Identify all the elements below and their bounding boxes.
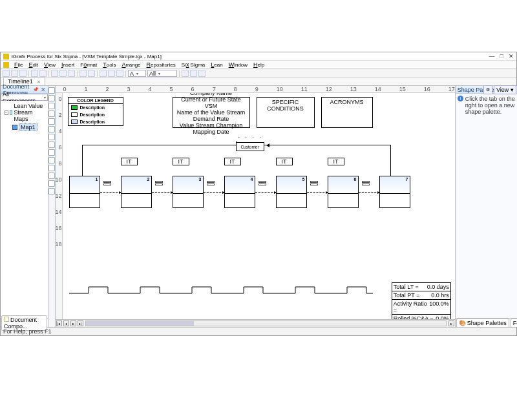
tool-print-icon[interactable]: [31, 70, 38, 77]
tree-node-map1[interactable]: Map1: [2, 123, 47, 132]
menu-lean[interactable]: Lean: [208, 61, 225, 68]
view-dropdown[interactable]: View ▾: [494, 85, 516, 94]
customer-shape[interactable]: Customer: [236, 137, 264, 151]
tool-new-icon[interactable]: [3, 70, 10, 77]
misc-tool-3-icon[interactable]: [48, 188, 55, 194]
it-box[interactable]: IT: [328, 158, 344, 165]
misc-tool-1-icon[interactable]: [48, 173, 55, 179]
process-box[interactable]: 2: [121, 176, 152, 208]
menu-format[interactable]: Format: [78, 61, 100, 68]
it-box[interactable]: IT: [121, 158, 138, 165]
inventory-icon[interactable]: [155, 181, 164, 187]
inventory-icon[interactable]: [103, 181, 112, 187]
combo-2[interactable]: All: [147, 70, 177, 77]
folder-icon: [10, 110, 13, 115]
tool-misc-1-icon[interactable]: [182, 70, 189, 77]
tool-paste-icon[interactable]: [68, 70, 75, 77]
connector-tool-icon[interactable]: [48, 134, 55, 140]
crop-tool-icon[interactable]: [48, 142, 55, 148]
horizontal-scrollbar[interactable]: [85, 320, 447, 326]
fill-tool-icon[interactable]: [48, 149, 55, 156]
tool-save-icon[interactable]: [19, 70, 26, 77]
bottom-tab-formatting[interactable]: For...: [511, 319, 517, 328]
tool-redo-icon[interactable]: [88, 70, 95, 77]
it-box[interactable]: IT: [276, 158, 293, 165]
menu-sixsigma[interactable]: Six Sigma: [179, 61, 208, 68]
menu-repositories[interactable]: Repositories: [144, 61, 178, 68]
timeline-ladder[interactable]: [69, 286, 373, 295]
tool-copy-icon[interactable]: [59, 70, 67, 77]
it-box[interactable]: IT: [173, 158, 189, 165]
component-tree[interactable]: − Lean Value Stream Maps Map1: [1, 101, 48, 318]
tool-misc-2-icon[interactable]: [190, 70, 197, 77]
totals-box[interactable]: Total LT =0.0 days Total PT =0.0 hrs Act…: [392, 282, 451, 319]
company-info-box[interactable]: Company NameCurrent or Future State VSMN…: [173, 97, 250, 128]
font-combo[interactable]: A: [128, 70, 146, 77]
menu-tools[interactable]: Tools: [100, 61, 118, 68]
inventory-icon[interactable]: [258, 181, 268, 187]
tool-misc-3-icon[interactable]: [198, 70, 206, 77]
zoom-tool-icon[interactable]: [48, 157, 55, 163]
prev-sheet-icon[interactable]: ◂: [63, 320, 69, 326]
collapse-icon[interactable]: −: [5, 110, 8, 115]
panel-option-icon[interactable]: ⚙: [483, 85, 492, 94]
last-sheet-icon[interactable]: ▸|: [78, 320, 83, 326]
horizontal-ruler: 01234567891011121314151617: [56, 86, 455, 93]
acronyms-box[interactable]: ACRONYMS: [321, 97, 373, 128]
specific-conditions-box[interactable]: SPECIFIC CONDITIONS: [257, 97, 315, 128]
process-box[interactable]: 3: [173, 176, 204, 208]
text-tool-icon[interactable]: [48, 126, 55, 132]
process-box[interactable]: 1: [69, 176, 100, 208]
rect-tool-icon[interactable]: [48, 95, 55, 101]
line-tool-icon[interactable]: [48, 110, 55, 117]
minimize-icon[interactable]: —: [489, 53, 495, 59]
info-flow-line: [264, 145, 390, 145]
first-sheet-icon[interactable]: |◂: [56, 320, 62, 326]
tool-insert-icon[interactable]: [100, 70, 107, 77]
misc-tool-2-icon[interactable]: [48, 180, 55, 187]
pointer-tool-icon[interactable]: [48, 87, 55, 94]
process-box[interactable]: 6: [328, 176, 359, 208]
legend-swatch-icon: [71, 120, 78, 124]
menu-arrange[interactable]: Arrange: [119, 61, 143, 68]
separator: [48, 70, 49, 77]
diagram-canvas[interactable]: COLOR LEGEND Description Description Des…: [63, 93, 455, 319]
maximize-icon[interactable]: □: [500, 53, 503, 59]
inventory-icon[interactable]: [207, 181, 216, 187]
process-box[interactable]: 5: [276, 176, 307, 208]
menu-view[interactable]: View: [41, 61, 58, 68]
tool-cut-icon[interactable]: [51, 70, 58, 77]
menubar: File Edit View Insert Format Tools Arran…: [1, 61, 516, 69]
app-icon: [3, 54, 9, 59]
inventory-icon[interactable]: [310, 181, 319, 187]
process-box[interactable]: 4: [224, 176, 255, 208]
scroll-right-icon[interactable]: ▸: [448, 320, 454, 326]
menu-edit[interactable]: Edit: [26, 61, 41, 68]
tool-preview-icon[interactable]: [39, 70, 47, 77]
menu-window[interactable]: Window: [226, 61, 250, 68]
tree-root-label: Lean Value Stream Maps: [14, 103, 46, 122]
tree-root[interactable]: − Lean Value Stream Maps: [2, 102, 47, 123]
next-sheet-icon[interactable]: ▸: [70, 320, 76, 326]
push-arrow: [255, 192, 276, 193]
tool-align-icon[interactable]: [108, 70, 115, 77]
tool-undo-icon[interactable]: [79, 70, 87, 77]
polyline-tool-icon[interactable]: [48, 118, 55, 125]
app-menu-icon[interactable]: [3, 62, 9, 68]
inventory-icon[interactable]: [362, 181, 371, 187]
bottom-tab-shape-palettes[interactable]: 🎨Shape Palettes: [456, 319, 509, 328]
tool-distribute-icon[interactable]: [116, 70, 123, 77]
menu-insert[interactable]: Insert: [59, 61, 77, 68]
tool-open-icon[interactable]: [11, 70, 18, 77]
color-legend[interactable]: COLOR LEGEND Description Description Des…: [68, 97, 123, 126]
menu-help[interactable]: Help: [251, 61, 267, 68]
menu-file[interactable]: File: [12, 61, 26, 68]
tab-close-icon[interactable]: ✕: [37, 79, 41, 84]
document-bottom-bar: |◂ ◂ ▸ ▸| ▸: [56, 319, 455, 327]
components-filter-combo[interactable]: All Components: [1, 94, 48, 101]
hand-tool-icon[interactable]: [48, 165, 55, 171]
process-box[interactable]: 7: [379, 176, 410, 208]
it-box[interactable]: IT: [224, 158, 241, 165]
close-icon[interactable]: ✕: [509, 53, 514, 59]
ellipse-tool-icon[interactable]: [48, 103, 55, 109]
